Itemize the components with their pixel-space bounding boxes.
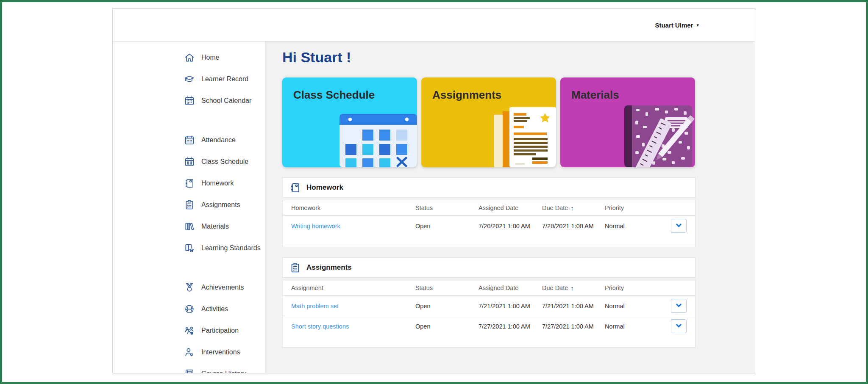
section-title: Homework	[306, 183, 343, 192]
column-header-label: Due Date	[542, 285, 568, 291]
column-header-priority[interactable]: Priority	[605, 285, 651, 291]
sidebar-item-label: Course History	[201, 370, 246, 373]
sidebar: Home Learner Record School Calendar	[113, 41, 265, 373]
homework-link[interactable]: Writing homework	[291, 223, 415, 229]
user-name: Stuart Ulmer	[655, 22, 693, 29]
card-title: Materials	[571, 88, 619, 102]
column-header-priority[interactable]: Priority	[605, 204, 651, 211]
card-title: Assignments	[432, 88, 501, 102]
sidebar-item-participation[interactable]: Participation	[184, 320, 265, 341]
status-cell: Open	[415, 323, 479, 330]
notebook-icon	[289, 182, 301, 193]
column-header-status[interactable]: Status	[415, 204, 479, 211]
assignment-link[interactable]: Short story questions	[291, 323, 415, 330]
document-illustration	[492, 107, 556, 167]
main-content: Hi Stuart ! Class Schedule Assignments	[265, 41, 755, 373]
row-actions-dropdown-button[interactable]	[671, 319, 687, 333]
sidebar-item-materials[interactable]: Materials	[184, 215, 265, 237]
sidebar-item-class-schedule[interactable]: Class Schedule	[184, 151, 265, 172]
sidebar-item-activities[interactable]: Activities	[184, 298, 265, 320]
notebook-icon	[184, 178, 195, 189]
sidebar-item-label: Participation	[201, 327, 239, 334]
homework-section-header: Homework	[282, 177, 696, 198]
sidebar-item-label: School Calendar	[201, 97, 251, 105]
sidebar-item-homework[interactable]: Homework	[184, 172, 265, 194]
status-cell: Open	[415, 223, 479, 229]
sort-ascending-icon: ↑	[570, 285, 574, 292]
assigned-date-cell: 7/27/2021 1:00 AM	[479, 323, 542, 330]
sidebar-item-learning-standards[interactable]: Learning Standards	[184, 237, 265, 259]
priority-cell: Normal	[605, 303, 651, 309]
column-header-assignment[interactable]: Assignment	[291, 285, 415, 291]
column-header-homework[interactable]: Homework	[291, 204, 415, 211]
table-header-row: Assignment Status Assigned Date Due Date…	[283, 280, 695, 296]
sidebar-item-label: Class Schedule	[201, 158, 248, 166]
assignments-section: Assignments Assignment Status Assigned D…	[282, 257, 696, 348]
column-header-due-date[interactable]: Due Date↑	[542, 285, 605, 292]
sidebar-item-assignments[interactable]: Assignments	[184, 194, 265, 215]
clipboard-icon	[289, 262, 301, 273]
column-header-label: Due Date	[542, 204, 568, 211]
clipboard-icon	[184, 199, 195, 210]
greeting-heading: Hi Stuart !	[282, 49, 696, 66]
priority-cell: Normal	[605, 223, 651, 229]
sidebar-group-general: Home Learner Record School Calendar	[184, 47, 265, 111]
sidebar-item-school-calendar[interactable]: School Calendar	[184, 90, 265, 111]
graduation-cap-icon	[184, 74, 195, 85]
column-header-assigned-date[interactable]: Assigned Date	[479, 285, 542, 291]
page-frame: Stuart Ulmer ▾ Home	[0, 0, 868, 384]
medal-icon	[184, 282, 195, 293]
chevron-down-icon	[676, 323, 682, 330]
sidebar-item-label: Learner Record	[201, 75, 248, 83]
card-title: Class Schedule	[293, 88, 375, 102]
assignments-table: Assignment Status Assigned Date Due Date…	[282, 280, 696, 348]
assignment-link[interactable]: Math problem set	[291, 303, 415, 309]
sidebar-item-label: Materials	[201, 223, 229, 230]
column-header-assigned-date[interactable]: Assigned Date	[479, 204, 542, 211]
column-header-status[interactable]: Status	[415, 285, 479, 291]
sidebar-item-attendance[interactable]: Attendance	[184, 129, 265, 151]
person-heart-icon	[184, 347, 195, 358]
assignments-card[interactable]: Assignments	[421, 77, 556, 167]
row-actions-dropdown-button[interactable]	[671, 299, 687, 313]
assigned-date-cell: 7/20/2021 1:00 AM	[479, 223, 542, 229]
homework-table: Homework Status Assigned Date Due Date↑ …	[282, 200, 696, 247]
sidebar-item-label: Homework	[201, 180, 234, 187]
sidebar-item-label: Achievements	[201, 284, 244, 291]
sidebar-item-label: Home	[201, 54, 220, 61]
sidebar-item-label: Attendance	[201, 136, 236, 144]
sidebar-item-interventions[interactable]: Interventions	[184, 341, 265, 363]
class-schedule-card[interactable]: Class Schedule	[282, 77, 417, 167]
column-header-due-date[interactable]: Due Date↑	[542, 204, 605, 212]
chevron-down-icon: ▾	[696, 23, 699, 28]
calendar-grid-icon	[184, 135, 195, 146]
assigned-date-cell: 7/21/2021 1:00 AM	[479, 303, 542, 309]
user-menu[interactable]: Stuart Ulmer ▾	[655, 22, 699, 29]
home-icon	[184, 52, 195, 63]
sidebar-item-home[interactable]: Home	[184, 47, 265, 68]
table-row: Writing homework Open 7/20/2021 1:00 AM …	[283, 216, 695, 236]
basketball-icon	[184, 304, 195, 315]
course-book-icon	[184, 368, 195, 373]
people-icon	[184, 325, 195, 336]
sort-ascending-icon: ↑	[570, 204, 574, 212]
sidebar-item-label: Interventions	[201, 348, 240, 356]
materials-card[interactable]: Materials	[560, 77, 695, 167]
chevron-down-icon	[676, 222, 682, 230]
sidebar-item-course-history[interactable]: Course History	[184, 363, 265, 373]
app-window: Stuart Ulmer ▾ Home	[112, 8, 755, 373]
table-row: Math problem set Open 7/21/2021 1:00 AM …	[283, 296, 695, 316]
due-date-cell: 7/20/2021 1:00 AM	[542, 223, 605, 229]
calendar-illustration	[339, 114, 417, 167]
books-icon	[184, 221, 195, 232]
sidebar-item-learner-record[interactable]: Learner Record	[184, 68, 265, 90]
homework-section: Homework Homework Status Assigned Date D…	[282, 177, 696, 247]
table-header-row: Homework Status Assigned Date Due Date↑ …	[283, 200, 695, 216]
book-cap-icon	[184, 243, 195, 254]
notebook-ruler-illustration	[621, 104, 695, 167]
sidebar-item-achievements[interactable]: Achievements	[184, 276, 265, 298]
assignments-section-header: Assignments	[282, 257, 696, 278]
row-actions-dropdown-button[interactable]	[671, 219, 687, 233]
quick-link-cards: Class Schedule Assignments Materials	[282, 77, 696, 167]
status-cell: Open	[415, 303, 479, 309]
